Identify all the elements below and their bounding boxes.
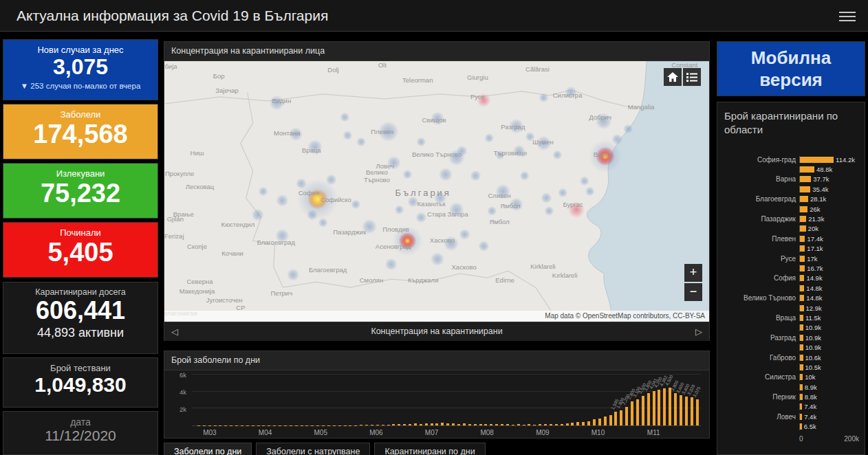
heat-blob-blue <box>289 127 303 141</box>
region-bar-zone: 10.6k <box>799 354 859 361</box>
daily-bar <box>653 391 655 425</box>
x-tick-label: M04 <box>259 429 272 436</box>
daily-bar <box>457 424 460 425</box>
daily-bar <box>555 424 558 425</box>
daily-bar <box>544 424 547 425</box>
heat-blob-blue <box>509 119 524 134</box>
region-bar <box>800 216 806 222</box>
daily-bar <box>674 393 677 425</box>
region-bar <box>800 384 803 390</box>
heat-blob-blue <box>495 150 505 159</box>
daily-bar <box>474 424 477 425</box>
daily-bar <box>446 423 449 425</box>
daily-bar <box>691 397 693 425</box>
tab-0[interactable]: Заболели по дни <box>164 443 252 455</box>
region-bar <box>800 256 805 262</box>
region-value: 10.5k <box>805 364 821 371</box>
region-value: 37.7k <box>813 175 829 183</box>
region-row: 7.4k <box>724 402 859 412</box>
chart-panel-title: Брой заболели по дни <box>164 351 709 370</box>
region-bar <box>800 305 804 311</box>
map-legend-button[interactable] <box>683 68 701 86</box>
region-bar <box>800 324 803 331</box>
mobile-version-button[interactable]: Мобилна версия <box>717 41 865 96</box>
daily-bar <box>279 425 281 426</box>
region-label: Велико Търново <box>724 294 799 302</box>
region-bar <box>800 186 810 192</box>
daily-bar <box>696 399 699 425</box>
heat-blob-blue <box>585 187 595 197</box>
daily-bar <box>501 424 503 425</box>
region-bar-zone: 114.2k <box>799 156 859 163</box>
heat-blob-blue <box>351 199 360 209</box>
region-bar <box>800 225 806 232</box>
heat-blob-blue <box>378 121 399 142</box>
region-value: 17.1k <box>807 245 823 252</box>
tab-2[interactable]: Карантинирани по дни <box>374 443 485 455</box>
region-row: 10.9k <box>724 342 859 352</box>
heat-blob-blue <box>457 146 468 157</box>
region-bar <box>800 364 803 370</box>
heat-blob-blue <box>259 187 268 197</box>
heat-blob-blue <box>307 140 323 155</box>
daily-bar <box>663 388 666 425</box>
region-value: 6.5k <box>804 423 816 430</box>
region-bar <box>800 236 805 242</box>
region-value: 21.3k <box>808 215 824 223</box>
x-tick-label: M05 <box>314 429 327 436</box>
daily-bar <box>506 424 509 425</box>
heat-blob-blue <box>580 176 589 186</box>
stat-value: 5,405 <box>3 238 158 267</box>
tab-1[interactable]: Заболели с натрупване <box>256 443 370 455</box>
daily-bar <box>636 399 639 425</box>
x-tick-label: M07 <box>425 429 438 436</box>
heat-blob-blue <box>407 197 418 208</box>
region-bar-zone: 20k <box>799 225 859 232</box>
region-row: 26k <box>724 204 859 214</box>
map-home-button[interactable] <box>664 68 682 86</box>
heat-blob-blue <box>487 206 497 216</box>
heat-blob-blue <box>318 218 328 228</box>
region-bar-zone: 8.9k <box>799 384 859 390</box>
daily-bar <box>533 425 536 425</box>
daily-bar <box>642 396 644 425</box>
region-bar-zone: 14.9k <box>799 275 859 282</box>
heat-blob-blue <box>510 197 523 211</box>
region-bar-zone: 17.1k <box>799 245 859 252</box>
daily-bar <box>582 422 585 425</box>
map-canvas[interactable]: бијаБорЗајечарDoljOltTeleormanGiurgiuCăl… <box>164 61 709 322</box>
region-row: Русе17k <box>724 254 859 263</box>
y-tick-label: 6k <box>180 371 186 379</box>
daily-bar <box>539 424 541 425</box>
axis-max-label: 200k <box>844 435 859 443</box>
chart-y-axis: 2k4k6k <box>164 375 189 426</box>
heat-blob-blue <box>444 236 459 251</box>
heat-blob-blue <box>565 87 577 99</box>
heat-blob-pink <box>477 93 490 107</box>
region-row: 8.9k <box>724 382 859 392</box>
heat-blob-blue <box>434 192 446 204</box>
region-row: Плевен17.4k <box>724 234 859 243</box>
region-bar-zone: 14.8k <box>799 285 859 291</box>
region-label: Враца <box>724 314 799 322</box>
carousel-prev-icon[interactable]: ◁ <box>171 322 178 341</box>
region-label: София-град <box>724 156 799 164</box>
zoom-out-button[interactable]: − <box>684 283 702 301</box>
daily-bar <box>382 425 384 425</box>
x-tick-label: M09 <box>536 429 549 436</box>
daily-bar <box>598 419 601 425</box>
region-value: 17k <box>807 255 817 263</box>
heat-blob-blue <box>415 212 426 223</box>
heat-blob-blue <box>520 171 530 181</box>
region-value: 10.9k <box>805 324 821 331</box>
hamburger-menu-icon[interactable] <box>839 9 856 23</box>
region-row: 17.1k <box>724 244 859 254</box>
stat-subvalue: 44,893 активни <box>3 326 158 340</box>
carousel-next-icon[interactable]: ▷ <box>695 322 702 341</box>
zoom-in-button[interactable]: + <box>684 264 702 282</box>
home-icon <box>667 72 678 82</box>
heat-blob-blue <box>459 229 470 240</box>
region-value: 14.9k <box>806 274 822 282</box>
x-tick-label: M03 <box>203 429 216 436</box>
region-bar <box>800 196 808 202</box>
